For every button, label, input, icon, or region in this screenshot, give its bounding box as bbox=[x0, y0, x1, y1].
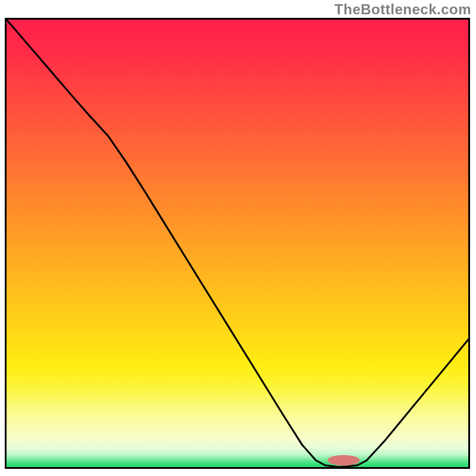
plot-area bbox=[5, 18, 470, 469]
plot-svg bbox=[7, 20, 468, 467]
gradient-background bbox=[7, 20, 468, 467]
watermark-text: TheBottleneck.com bbox=[334, 1, 471, 18]
optimal-marker bbox=[327, 455, 359, 466]
chart-container: TheBottleneck.com bbox=[0, 0, 476, 476]
